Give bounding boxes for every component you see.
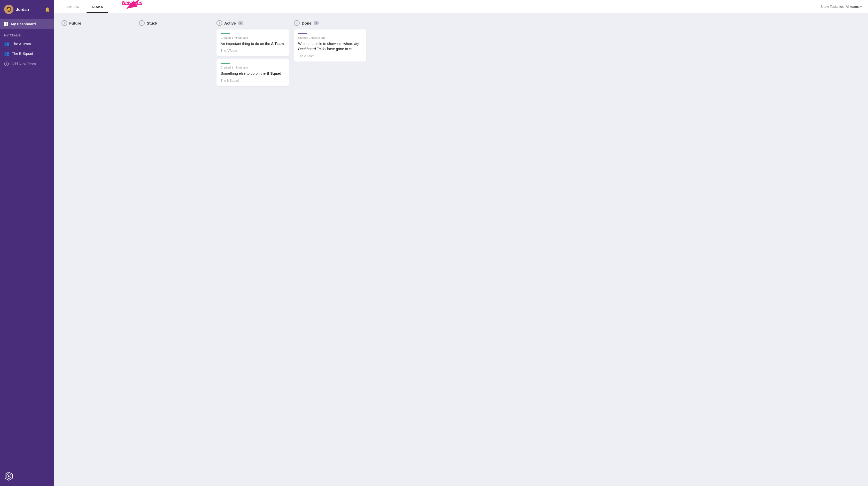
add-team-label: Add New Team (11, 62, 36, 66)
card-timestamp: Created 1 minute ago (221, 36, 285, 39)
dashboard-icon (4, 22, 8, 26)
bell-icon[interactable]: 🔔 (45, 7, 50, 12)
add-card-stuck-button[interactable]: + (139, 20, 145, 26)
task-card[interactable]: Created 1 minute ago Write an article to… (294, 29, 366, 61)
card-timestamp: Created 1 minute ago (221, 66, 285, 69)
task-card[interactable]: Created 1 minute ago Something else to d… (216, 59, 289, 86)
dashboard-label: My Dashboard (11, 22, 36, 26)
filter-value[interactable]: All teams ▾ (846, 4, 862, 8)
arrow-annotation (106, 0, 158, 11)
team-icon: 👥 (4, 41, 9, 46)
my-teams-section-label: MY TEAMS (0, 29, 54, 39)
sidebar-item-the-a-team[interactable]: 👥 The A Team (0, 39, 54, 49)
card-team: The A Team (298, 54, 362, 58)
column-future: + Future (61, 20, 134, 479)
new-tabs-label: New tabs (122, 0, 142, 5)
board: + Future + Stuck + Active 2 Created 1 mi… (54, 13, 868, 486)
task-card[interactable]: Created 1 minute ago An improtant thing … (216, 29, 289, 56)
sidebar-header: 🧔 Jordan 🔔 (0, 0, 54, 19)
column-title-future: Future (69, 21, 82, 25)
column-title-done: Done (302, 21, 312, 25)
card-status-bar (298, 33, 307, 34)
column-active: + Active 2 Created 1 minute ago An impro… (216, 20, 289, 479)
card-status-bar (221, 33, 230, 34)
tab-timeline[interactable]: TIMELINE (60, 1, 87, 13)
team-label: The B Squad (12, 52, 33, 56)
team-icon: 👥 (4, 51, 9, 56)
column-header-future: + Future (61, 20, 134, 26)
add-card-done-button[interactable]: + (294, 20, 300, 26)
column-count-active: 2 (238, 21, 243, 25)
column-stuck: + Stuck (139, 20, 211, 479)
column-header-active: + Active 2 (216, 20, 289, 26)
svg-point-0 (8, 476, 9, 477)
user-name: Jordan (16, 7, 42, 11)
column-header-done: + Done 1 (294, 20, 366, 26)
my-dashboard-item[interactable]: My Dashboard (0, 19, 54, 29)
card-title: An improtant thing to do on the A Team (221, 41, 285, 46)
sidebar: 🧔 Jordan 🔔 My Dashboard MY TEAMS 👥 The A… (0, 0, 54, 486)
card-title: Write an article to show 'em where My Da… (298, 41, 362, 52)
annotation-container: New tabs (106, 0, 158, 13)
card-team: The B Squad (221, 79, 285, 83)
team-label: The A Team (12, 42, 31, 46)
filter-label: Show Tasks for: (820, 4, 844, 8)
sidebar-item-the-b-squad[interactable]: 👥 The B Squad (0, 49, 54, 58)
column-count-done: 1 (314, 21, 319, 25)
column-title-active: Active (224, 21, 236, 25)
avatar: 🧔 (4, 5, 13, 14)
card-title: Something else to do on the B Squad (221, 71, 285, 76)
tabs-bar: TIMELINE TASKS New tabs Show Tasks for: … (54, 0, 868, 13)
column-done: + Done 1 Created 1 minute ago Write an a… (294, 20, 366, 479)
main-content: TIMELINE TASKS New tabs Show Tasks for: … (54, 0, 868, 486)
card-timestamp: Created 1 minute ago (298, 36, 362, 39)
add-card-active-button[interactable]: + (216, 20, 222, 26)
sidebar-footer (0, 467, 54, 486)
add-card-future-button[interactable]: + (61, 20, 67, 26)
chevron-down-icon: ▾ (860, 5, 862, 8)
card-team: The A Team (221, 49, 285, 53)
tab-tasks[interactable]: TASKS (87, 1, 108, 13)
card-status-bar (221, 63, 230, 64)
top-filter: Show Tasks for: All teams ▾ (820, 4, 862, 8)
column-header-stuck: + Stuck (139, 20, 211, 26)
add-icon: + (4, 61, 9, 66)
add-new-team-item[interactable]: + Add New Team (0, 59, 54, 68)
column-title-stuck: Stuck (147, 21, 157, 25)
app-logo-icon (4, 471, 13, 481)
filter-value-text: All teams (846, 4, 860, 8)
